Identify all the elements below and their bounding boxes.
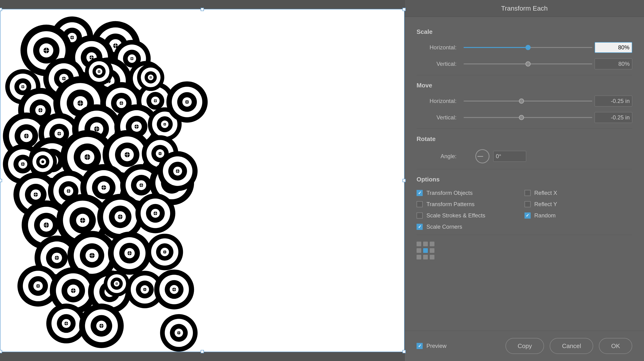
origin-tr[interactable] [430,242,434,246]
scale-section-label: Scale [416,28,632,35]
transform-origin-grid[interactable] [416,242,435,260]
scale-horizontal-thumb[interactable] [526,45,531,50]
artwork [0,9,404,352]
reflect-x-label: Reflect X [534,190,557,196]
scale-vertical-thumb[interactable] [526,61,531,66]
transform-objects-option: Transform Objects [416,190,524,196]
options-section: Options Transform Objects Reflect X Tran… [416,176,632,230]
options-section-label: Options [416,176,632,183]
move-section: Move Horizontal: -0.25 in Vertical: -0.2… [416,82,632,123]
random-label: Random [534,212,556,219]
reflect-y-checkbox[interactable] [524,201,531,207]
move-horizontal-value: -0.25 in [594,96,632,106]
reflect-x-checkbox[interactable] [524,190,531,196]
dialog-footer: Preview Copy Cancel OK [405,331,644,361]
origin-mc[interactable] [423,248,428,253]
preview-label: Preview [426,343,446,349]
options-origin-divider [416,235,632,235]
origin-ml[interactable] [416,248,421,253]
scale-corners-option: Scale Corners [416,224,524,230]
cancel-button[interactable]: Cancel [550,338,593,354]
copy-button[interactable]: Copy [506,338,544,354]
origin-tl[interactable] [416,242,421,246]
random-option: Random [524,212,632,219]
move-horizontal-label: Horizontal: [416,98,461,104]
move-vertical-value: -0.25 in [594,112,632,123]
scale-section: Scale Horizontal: Vertical: 80% [416,28,632,69]
rotate-section: Rotate Angle: 0° [416,135,632,163]
rotate-angle-value[interactable]: 0° [493,151,526,162]
ok-button[interactable]: OK [599,338,632,354]
move-section-label: Move [416,82,632,89]
scale-move-divider [416,75,632,75]
transform-patterns-option: Transform Patterns [416,201,524,208]
random-checkbox[interactable] [524,212,531,219]
origin-tc[interactable] [423,242,428,246]
transform-each-dialog: Transform Each Scale Horizontal: Vertica… [404,0,644,361]
move-horizontal-thumb[interactable] [519,98,524,104]
scale-vertical-label: Vertical: [416,61,461,67]
scale-strokes-effects-label: Scale Strokes & Effects [426,212,485,219]
dialog-title: Transform Each [501,5,548,12]
scale-vertical-value: 80% [594,58,632,69]
scale-horizontal-input[interactable] [594,42,632,53]
origin-bc[interactable] [423,255,428,260]
transform-objects-checkbox[interactable] [416,190,423,196]
scale-corners-label: Scale Corners [426,224,462,230]
preview-checkbox[interactable] [416,343,423,349]
dialog-titlebar: Transform Each [405,0,644,17]
options-grid: Transform Objects Reflect X Transform Pa… [416,190,632,230]
scale-vertical-row: Vertical: 80% [416,58,632,69]
rotate-dial[interactable] [475,149,490,163]
scale-vertical-slider[interactable] [464,63,592,64]
artboard [0,9,404,352]
rotate-section-label: Rotate [416,135,632,143]
transform-patterns-label: Transform Patterns [426,201,475,208]
scale-horizontal-label: Horizontal: [416,44,461,51]
canvas-area [0,0,404,361]
origin-br[interactable] [430,255,434,260]
scale-corners-checkbox[interactable] [416,224,423,230]
move-vertical-label: Vertical: [416,114,461,121]
preview-row: Preview [416,343,500,349]
origin-mr[interactable] [430,248,434,253]
rotate-angle-row: Angle: 0° [416,149,632,163]
scale-horizontal-row: Horizontal: [416,42,632,53]
reflect-x-option: Reflect X [524,190,632,196]
dialog-body: Scale Horizontal: Vertical: 80% Move [405,17,644,331]
scale-strokes-effects-option: Scale Strokes & Effects [416,212,524,219]
move-horizontal-row: Horizontal: -0.25 in [416,96,632,106]
move-vertical-row: Vertical: -0.25 in [416,112,632,123]
scale-strokes-effects-checkbox[interactable] [416,212,423,219]
transform-objects-label: Transform Objects [426,190,473,196]
transform-patterns-checkbox[interactable] [416,201,423,207]
move-horizontal-slider[interactable] [464,101,592,101]
move-vertical-slider[interactable] [464,117,592,118]
rotate-options-divider [416,169,632,169]
rotate-angle-label: Angle: [416,153,461,160]
svg-point-326 [42,160,44,163]
move-vertical-thumb[interactable] [519,115,524,120]
origin-bl[interactable] [416,255,421,260]
scale-horizontal-slider[interactable] [464,47,592,48]
reflect-y-option: Reflect Y [524,201,632,208]
move-rotate-divider [416,129,632,129]
reflect-y-label: Reflect Y [534,201,557,208]
